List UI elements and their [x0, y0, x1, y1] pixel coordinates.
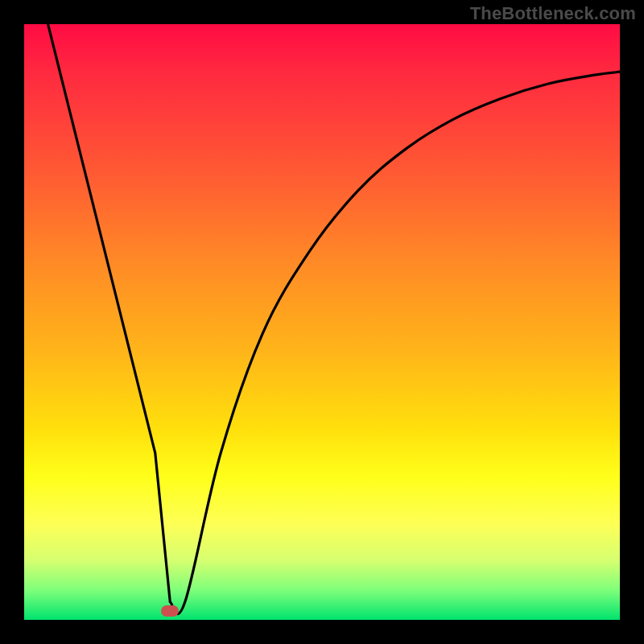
plot-area — [24, 24, 620, 620]
minimum-marker — [161, 605, 179, 617]
curve-path — [48, 24, 620, 614]
bottleneck-curve — [24, 24, 620, 620]
watermark-text: TheBottleneck.com — [470, 3, 636, 24]
chart-frame: TheBottleneck.com — [0, 0, 644, 644]
